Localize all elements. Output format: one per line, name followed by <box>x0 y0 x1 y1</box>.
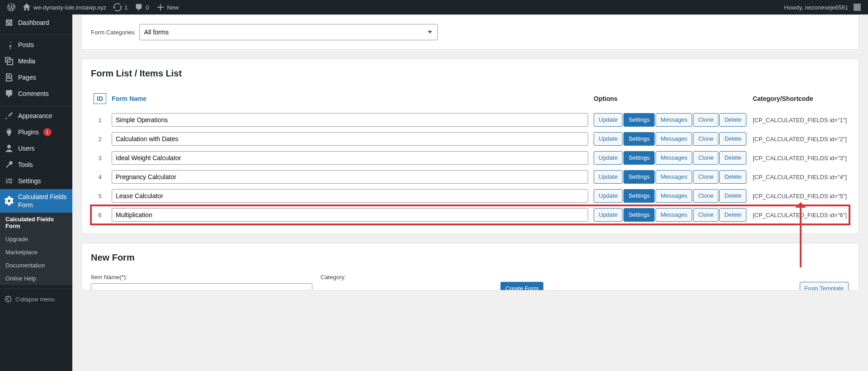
row-id: 5 <box>91 186 109 205</box>
sidebar-submenu: Calculated Fields Form Upgrade Marketpla… <box>0 213 72 285</box>
page-icon <box>5 73 14 82</box>
messages-button[interactable]: Messages <box>656 189 692 203</box>
column-form-name[interactable]: Form Name <box>112 95 146 102</box>
messages-button[interactable]: Messages <box>656 170 692 184</box>
wordpress-logo[interactable] <box>4 0 19 14</box>
dashboard-icon <box>5 18 14 27</box>
update-icon <box>113 3 122 11</box>
settings-button[interactable]: Settings <box>623 208 655 222</box>
delete-button[interactable]: Delete <box>719 151 746 165</box>
from-template-button[interactable]: From Template <box>800 282 849 290</box>
delete-button[interactable]: Delete <box>719 208 746 222</box>
table-row: 3UpdateSettingsMessagesCloneDelete[CP_CA… <box>91 148 849 167</box>
comment-icon <box>135 3 143 11</box>
form-categories-select[interactable]: All forms <box>139 24 438 40</box>
create-form-button[interactable]: Create Form <box>500 282 543 290</box>
updates-link[interactable]: 1 <box>110 0 131 14</box>
form-categories-panel: Form Categories All forms <box>81 14 859 50</box>
form-name-input[interactable] <box>112 113 588 127</box>
comments-link[interactable]: 0 <box>131 0 152 14</box>
messages-button[interactable]: Messages <box>656 132 692 146</box>
submenu-marketplace[interactable]: Marketplace <box>0 246 72 259</box>
pin-icon <box>5 40 14 49</box>
new-content-link[interactable]: New <box>153 0 183 14</box>
clone-button[interactable]: Clone <box>693 132 718 146</box>
table-row: 5UpdateSettingsMessagesCloneDelete[CP_CA… <box>91 186 849 205</box>
howdy-account[interactable]: Howdy, nezoneseje6581 <box>781 0 864 14</box>
site-name-text: we-dynasty-lole.instawp.xyz <box>33 4 106 11</box>
delete-button[interactable]: Delete <box>719 170 746 184</box>
sidebar-item-posts[interactable]: Posts <box>0 37 72 53</box>
form-name-input[interactable] <box>112 151 588 165</box>
user-icon <box>5 144 14 153</box>
submenu-cff[interactable]: Calculated Fields Form <box>0 213 72 233</box>
delete-button[interactable]: Delete <box>719 132 746 146</box>
new-form-title: New Form <box>91 252 849 263</box>
table-row: 6UpdateSettingsMessagesCloneDelete[CP_CA… <box>91 205 849 224</box>
clone-button[interactable]: Clone <box>693 151 718 165</box>
comments-count: 0 <box>146 4 149 11</box>
settings-button[interactable]: Settings <box>623 170 655 184</box>
update-button[interactable]: Update <box>594 113 623 127</box>
clone-button[interactable]: Clone <box>693 208 718 222</box>
sidebar-item-settings[interactable]: Settings <box>0 173 72 189</box>
collapse-menu[interactable]: Collapse menu <box>0 291 72 307</box>
update-button[interactable]: Update <box>594 170 623 184</box>
sidebar-item-appearance[interactable]: Appearance <box>0 108 72 124</box>
sidebar-item-users[interactable]: Users <box>0 140 72 157</box>
submenu-documentation[interactable]: Documentation <box>0 259 72 272</box>
column-shortcode: Category/Shortcode <box>750 90 849 110</box>
sidebar-item-media[interactable]: Media <box>0 53 72 69</box>
wrench-icon <box>5 160 14 169</box>
messages-button[interactable]: Messages <box>656 113 692 127</box>
admin-bar: we-dynasty-lole.instawp.xyz 1 0 New Howd… <box>0 0 868 14</box>
new-form-panel: New Form Item Name(*): Category: Create … <box>81 243 859 290</box>
updates-count: 1 <box>124 4 127 11</box>
sidebar-item-calculated-fields-form[interactable]: Calculated Fields Form <box>0 189 72 213</box>
update-button[interactable]: Update <box>594 151 623 165</box>
submenu-online-help[interactable]: Online Help <box>0 272 72 285</box>
table-row: 1UpdateSettingsMessagesCloneDelete[CP_CA… <box>91 110 849 129</box>
form-categories-label: Form Categories <box>91 29 135 36</box>
update-button[interactable]: Update <box>594 208 623 222</box>
annotation-arrow <box>800 204 802 267</box>
site-name-link[interactable]: we-dynasty-lole.instawp.xyz <box>19 0 110 14</box>
form-list-title: Form List / Items List <box>91 68 849 79</box>
sidebar-item-tools[interactable]: Tools <box>0 157 72 173</box>
sliders-icon <box>5 176 14 186</box>
settings-button[interactable]: Settings <box>623 189 655 203</box>
form-name-input[interactable] <box>112 132 588 146</box>
column-id[interactable]: ID <box>94 93 106 104</box>
messages-button[interactable]: Messages <box>656 208 692 222</box>
submenu-upgrade[interactable]: Upgrade <box>0 233 72 246</box>
main-content: Form Categories All forms Form List / It… <box>72 0 868 309</box>
clone-button[interactable]: Clone <box>693 170 718 184</box>
svg-point-0 <box>5 296 11 302</box>
comments-icon <box>5 89 14 98</box>
sidebar-item-pages[interactable]: Pages <box>0 69 72 86</box>
form-name-input[interactable] <box>112 170 588 184</box>
sidebar-item-dashboard[interactable]: Dashboard <box>0 14 72 31</box>
update-button[interactable]: Update <box>594 132 623 146</box>
delete-button[interactable]: Delete <box>719 113 746 127</box>
item-name-label: Item Name(*): <box>91 274 312 281</box>
clone-button[interactable]: Clone <box>693 113 718 127</box>
clone-button[interactable]: Clone <box>693 189 718 203</box>
row-id: 6 <box>91 205 109 224</box>
category-label: Category: <box>321 274 492 281</box>
plugins-update-badge: 1 <box>43 128 52 136</box>
form-name-input[interactable] <box>112 189 588 203</box>
sidebar-item-comments[interactable]: Comments <box>0 86 72 102</box>
settings-button[interactable]: Settings <box>623 151 655 165</box>
item-name-input[interactable] <box>91 283 312 290</box>
update-button[interactable]: Update <box>594 189 623 203</box>
settings-button[interactable]: Settings <box>623 132 655 146</box>
settings-button[interactable]: Settings <box>623 113 655 127</box>
form-name-input[interactable] <box>112 208 588 222</box>
sidebar-item-plugins[interactable]: Plugins 1 <box>0 124 72 140</box>
row-id: 1 <box>91 110 109 129</box>
forms-table: ID Form Name Options Category/Shortcode … <box>91 90 849 224</box>
delete-button[interactable]: Delete <box>719 189 746 203</box>
messages-button[interactable]: Messages <box>656 151 692 165</box>
row-id: 3 <box>91 148 109 167</box>
